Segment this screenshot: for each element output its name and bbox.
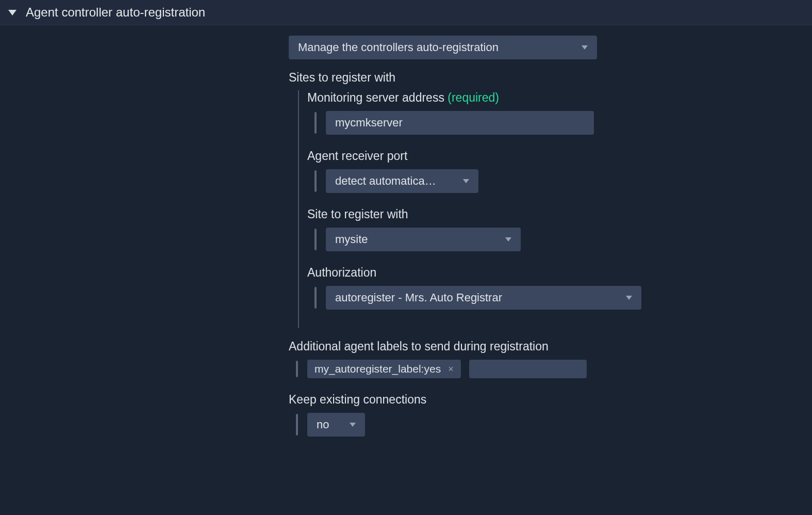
content-area: Manage the controllers auto-registration… (0, 25, 812, 437)
server-address-body (307, 111, 812, 135)
manage-controllers-value: Manage the controllers auto-registration (298, 41, 499, 54)
section-header: Agent controller auto-registration (0, 0, 812, 25)
manage-controllers-select[interactable]: Manage the controllers auto-registration (289, 36, 597, 59)
receiver-port-value: detect automatica… (335, 174, 436, 188)
chevron-down-icon (505, 237, 511, 242)
required-tag: (required) (448, 91, 499, 104)
site-register-value: mysite (335, 233, 368, 246)
receiver-port-select[interactable]: detect automatica… (326, 169, 478, 193)
authorization-value: autoregister - Mrs. Auto Registrar (335, 291, 502, 304)
receiver-port-label: Agent receiver port (307, 149, 812, 163)
chevron-down-icon (626, 296, 632, 300)
server-address-label: Monitoring server address (required) (307, 91, 812, 105)
authorization-body: autoregister - Mrs. Auto Registrar (307, 286, 812, 310)
server-address-input[interactable] (326, 111, 594, 135)
keep-connections-value: no (317, 418, 329, 431)
authorization-label: Authorization (307, 266, 812, 280)
label-chip[interactable]: my_autoregister_label:yes × (307, 360, 461, 378)
keep-connections-body: no (289, 413, 812, 437)
chevron-down-icon (582, 45, 588, 50)
section-title: Agent controller auto-registration (26, 5, 205, 20)
chevron-down-icon (350, 423, 356, 427)
site-register-select[interactable]: mysite (326, 228, 521, 251)
label-chip-text: my_autoregister_label:yes (314, 363, 441, 375)
sites-register-section: Sites to register with Monitoring server… (289, 71, 812, 328)
close-icon[interactable]: × (448, 364, 454, 375)
site-register-label: Site to register with (307, 207, 812, 221)
keep-connections-label: Keep existing connections (289, 393, 812, 407)
chevron-down-icon (463, 179, 469, 183)
keep-connections-select[interactable]: no (307, 413, 365, 437)
label-input-empty[interactable] (469, 360, 587, 378)
collapse-toggle-icon[interactable] (8, 10, 16, 15)
additional-labels-body: my_autoregister_label:yes × (289, 360, 812, 378)
additional-labels-label: Additional agent labels to send during r… (289, 340, 812, 353)
authorization-select[interactable]: autoregister - Mrs. Auto Registrar (326, 286, 641, 310)
site-register-body: mysite (307, 228, 812, 251)
sites-register-label: Sites to register with (289, 71, 812, 85)
receiver-port-body: detect automatica… (307, 169, 812, 193)
